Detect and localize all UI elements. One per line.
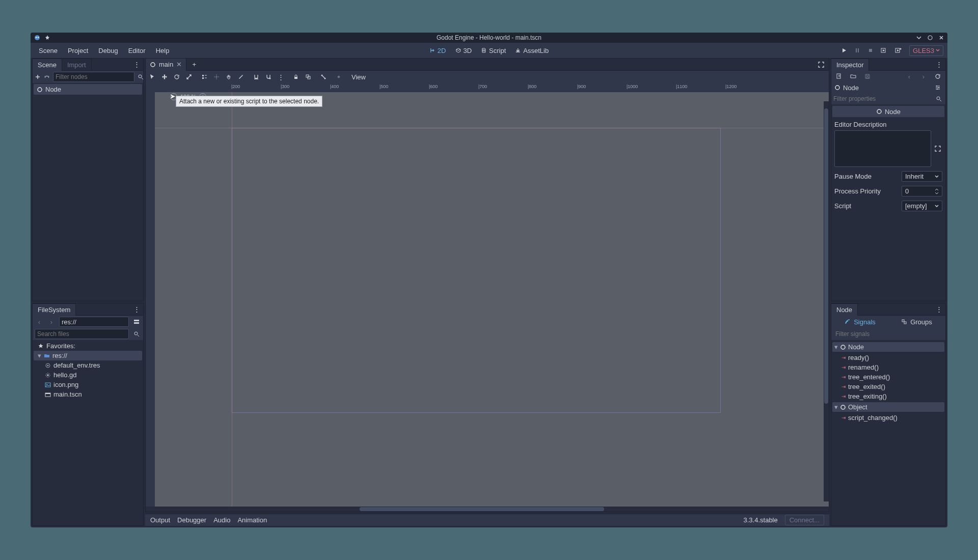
signal-item[interactable]: ⇥script_changed(): [832, 413, 944, 423]
add-node-button[interactable]: [35, 72, 41, 81]
menu-project[interactable]: Project: [64, 45, 92, 57]
object-properties-button[interactable]: [933, 83, 942, 92]
inspector-node-name[interactable]: Node: [843, 84, 859, 92]
signal-item[interactable]: ⇥tree_entered(): [832, 372, 944, 382]
select-tool[interactable]: [148, 72, 157, 81]
scale-tool[interactable]: [184, 72, 194, 81]
pan-tool[interactable]: [224, 72, 233, 81]
menu-scene[interactable]: Scene: [35, 45, 62, 57]
close-icon[interactable]: [938, 35, 944, 41]
titlebar: Godot Engine - Hello-world - main.tscn: [31, 33, 947, 43]
minimize-icon[interactable]: [916, 35, 922, 41]
forward-button[interactable]: ›: [47, 317, 56, 326]
ruler-horizontal[interactable]: |200|300|400|500|600|700|800|900|1000|11…: [155, 83, 829, 92]
mode-assetlib-button[interactable]: AssetLib: [512, 45, 552, 56]
lock-button[interactable]: [291, 72, 301, 81]
groups-tab-button[interactable]: Groups: [901, 318, 932, 326]
pause-button[interactable]: [854, 47, 860, 53]
ruler-tool[interactable]: [236, 72, 246, 81]
split-mode-button[interactable]: [132, 317, 141, 326]
new-tab-button[interactable]: +: [189, 60, 199, 69]
history-back-button[interactable]: ‹: [905, 72, 914, 81]
distraction-free-button[interactable]: [817, 60, 826, 69]
script-select[interactable]: [empty]: [902, 201, 942, 211]
bottom-tab-debugger[interactable]: Debugger: [177, 516, 206, 524]
signal-item[interactable]: ⇥tree_exited(): [832, 382, 944, 391]
file-item[interactable]: default_env.tres: [34, 360, 142, 370]
play-scene-button[interactable]: [881, 47, 888, 53]
tab-inspector[interactable]: Inspector: [831, 59, 869, 71]
group-button[interactable]: [304, 72, 313, 81]
signal-group-header[interactable]: ▾Node: [832, 342, 944, 352]
scene-tree-root[interactable]: Node: [34, 84, 142, 95]
search-files-input[interactable]: [35, 329, 129, 339]
new-resource-button[interactable]: [834, 72, 844, 81]
close-tab-icon[interactable]: ✕: [176, 61, 182, 68]
menu-help[interactable]: Help: [152, 45, 174, 57]
filter-signals-input[interactable]: [833, 329, 943, 339]
bottom-tab-output[interactable]: Output: [150, 516, 170, 524]
snap-options-icon[interactable]: ⋮: [276, 72, 285, 81]
file-item[interactable]: icon.png: [34, 380, 142, 389]
dock-more-icon[interactable]: ⋮: [933, 305, 945, 313]
back-button[interactable]: ‹: [35, 317, 44, 326]
viewport-2d[interactable]: − 100 % +: [155, 92, 829, 507]
snap-config[interactable]: [264, 72, 273, 81]
folder-res[interactable]: ▾ res://: [34, 351, 142, 360]
view-menu-button[interactable]: View: [349, 73, 368, 81]
link-node-button[interactable]: [44, 72, 50, 81]
maximize-icon[interactable]: [927, 35, 933, 41]
bottom-tab-animation[interactable]: Animation: [237, 516, 267, 524]
inspector-category-node[interactable]: Node: [832, 106, 944, 117]
file-item[interactable]: hello.gd: [34, 370, 142, 380]
connect-button[interactable]: Connect...: [785, 515, 824, 525]
rotate-tool[interactable]: [172, 72, 181, 81]
stop-button[interactable]: [867, 47, 874, 53]
expand-description-button[interactable]: [933, 144, 942, 153]
tab-node[interactable]: Node: [831, 303, 858, 316]
filter-nodes-input[interactable]: [53, 72, 134, 82]
search-icon[interactable]: [138, 72, 144, 81]
menu-debug[interactable]: Debug: [94, 45, 122, 57]
scene-tab-main[interactable]: main ✕: [146, 59, 186, 71]
mode-3d-button[interactable]: 3D: [452, 45, 475, 56]
menu-editor[interactable]: Editor: [124, 45, 150, 57]
snap-toggle[interactable]: [252, 72, 261, 81]
bone-button[interactable]: [319, 72, 328, 81]
mode-script-button[interactable]: Script: [478, 45, 509, 56]
history-forward-button[interactable]: ›: [919, 72, 928, 81]
history-button[interactable]: [933, 72, 942, 81]
ruler-vertical[interactable]: [146, 92, 155, 507]
move-tool[interactable]: [160, 72, 169, 81]
signal-group-header[interactable]: ▾Object: [832, 402, 944, 412]
open-resource-button[interactable]: [849, 72, 858, 81]
dock-more-icon[interactable]: ⋮: [130, 305, 143, 313]
pin-icon[interactable]: [44, 34, 51, 41]
file-item[interactable]: main.tscn: [34, 389, 142, 399]
tab-scene[interactable]: Scene: [33, 59, 62, 71]
signals-tab-button[interactable]: Signals: [845, 318, 876, 326]
animation-key-button[interactable]: [334, 72, 343, 81]
play-custom-scene-button[interactable]: [895, 47, 902, 53]
process-priority-input[interactable]: 0: [902, 186, 942, 197]
scrollbar-horizontal[interactable]: [146, 507, 829, 512]
signal-item[interactable]: ⇥ready(): [832, 353, 944, 362]
tab-filesystem[interactable]: FileSystem: [33, 303, 76, 316]
renderer-selector[interactable]: GLES3: [909, 45, 943, 56]
filter-properties-input[interactable]: [833, 95, 934, 102]
bottom-tab-audio[interactable]: Audio: [213, 516, 230, 524]
path-display[interactable]: res://: [59, 317, 129, 327]
tab-import[interactable]: Import: [62, 59, 92, 71]
save-resource-button[interactable]: [863, 72, 872, 81]
signal-item[interactable]: ⇥renamed(): [832, 362, 944, 372]
pause-mode-select[interactable]: Inherit: [902, 171, 942, 182]
pivot-tool[interactable]: [212, 72, 221, 81]
signal-item[interactable]: ⇥tree_exiting(): [832, 391, 944, 401]
mode-2d-button[interactable]: 2D: [426, 45, 449, 56]
dock-more-icon[interactable]: ⋮: [933, 61, 945, 68]
scrollbar-vertical[interactable]: [824, 101, 829, 501]
dock-more-icon[interactable]: ⋮: [130, 61, 143, 68]
list-select-tool[interactable]: [200, 72, 209, 81]
editor-description-input[interactable]: [834, 130, 931, 167]
play-button[interactable]: [841, 47, 847, 53]
